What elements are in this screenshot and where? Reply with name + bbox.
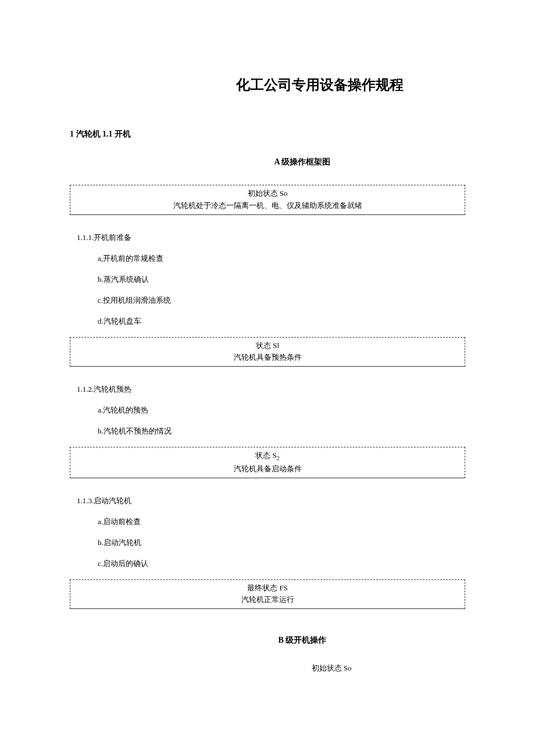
state-line: 状态 Sl bbox=[70, 340, 465, 352]
numbered-heading: 1.1.2.汽轮机预热 bbox=[77, 384, 465, 395]
list-item: b.汽轮机不预热的情况 bbox=[98, 426, 465, 436]
section-1-1-2: 1.1.2.汽轮机预热 a.汽轮机的预热 b.汽轮机不预热的情况 bbox=[70, 384, 465, 436]
numbered-heading: 1.1.3.启动汽轮机 bbox=[77, 496, 465, 506]
document-title: 化工公司专用设备操作规程 bbox=[70, 76, 465, 94]
state-box-s1: 状态 Sl 汽轮机具备预热条件 bbox=[70, 337, 465, 367]
list-item: c.投用机组润滑油系统 bbox=[98, 295, 465, 306]
subtitle-b: B 级开机操作 bbox=[70, 635, 465, 646]
state-line: 最终状态 FS bbox=[70, 582, 465, 594]
section-header: 1 汽轮机 1.1 开机 bbox=[70, 129, 465, 139]
numbered-heading: 1.1.1.开机前准备 bbox=[77, 232, 465, 243]
state-line: 初始状态 So bbox=[70, 188, 465, 200]
state-line: 汽轮机正常运行 bbox=[70, 594, 465, 606]
list-item: c.启动后的确认 bbox=[98, 558, 465, 569]
state-line: 汽轮机具备启动条件 bbox=[70, 463, 465, 475]
state-line: 汽轮机具备预热条件 bbox=[70, 352, 465, 364]
list-item: d.汽轮机盘车 bbox=[98, 316, 465, 327]
state-box-final: 最终状态 FS 汽轮机正常运行 bbox=[70, 579, 465, 610]
list-item: a,开机前的常规检查 bbox=[98, 253, 465, 264]
list-item: b.启动汽轮机 bbox=[98, 538, 465, 548]
subtitle-a: A 级操作框架图 bbox=[70, 157, 465, 167]
state-box-initial: 初始状态 So 汽轮机处于冷态一隔离一机、电、仪及辅助系统准备就绪 bbox=[70, 185, 465, 215]
list-item: a.汽轮机的预热 bbox=[98, 405, 465, 415]
section-1-1-3: 1.1.3.启动汽轮机 a.启动前检查 b.启动汽轮机 c.启动后的确认 bbox=[70, 496, 465, 569]
list-item: a.启动前检查 bbox=[98, 517, 465, 527]
footer-text: 初始状态 So bbox=[70, 663, 465, 673]
state-line: 汽轮机处于冷态一隔离一机、电、仪及辅助系统准备就绪 bbox=[70, 200, 465, 212]
state-line: 状态 S2 bbox=[70, 450, 465, 463]
state-box-s2: 状态 S2 汽轮机具备启动条件 bbox=[70, 447, 465, 478]
list-item: b.蒸汽系统确认 bbox=[98, 274, 465, 285]
section-1-1-1: 1.1.1.开机前准备 a,开机前的常规检查 b.蒸汽系统确认 c.投用机组润滑… bbox=[70, 232, 465, 327]
